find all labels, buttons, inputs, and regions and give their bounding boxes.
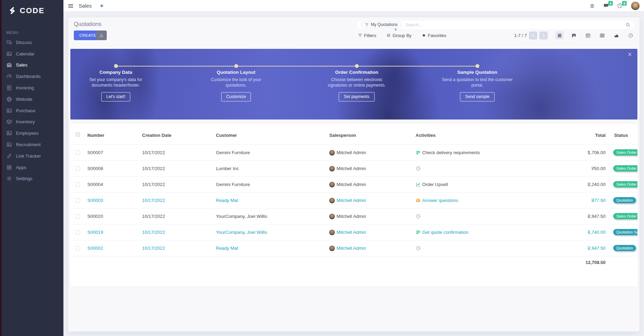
row-activity[interactable]: Answer questions xyxy=(416,193,458,208)
row-activity[interactable]: Order Upsell xyxy=(416,177,448,192)
row-total: 1,740.00 xyxy=(550,230,606,235)
new-tab-button[interactable]: + xyxy=(100,3,104,9)
pivot-view-button[interactable] xyxy=(598,31,606,39)
clock-activity-icon xyxy=(416,166,421,171)
row-customer: Gemini Furniture xyxy=(216,150,250,155)
row-checkbox[interactable] xyxy=(76,198,80,203)
onboarding-banner: Company Data Set your company's data for… xyxy=(70,49,637,120)
step-action-button[interactable]: Let's start! xyxy=(101,92,131,101)
row-checkbox[interactable] xyxy=(76,150,80,155)
col-header-total[interactable]: Total xyxy=(550,133,606,138)
timeline-dot xyxy=(476,64,479,68)
filters-button[interactable]: Filters xyxy=(358,33,376,38)
col-header-creation-date[interactable]: Creation Date xyxy=(142,133,172,138)
favorites-button[interactable]: Favorites xyxy=(422,33,446,38)
step-title: Quotation Layout xyxy=(194,70,278,75)
sidebar-item-invoicing[interactable]: Invoicing xyxy=(0,82,63,94)
timeline-dot xyxy=(355,64,359,68)
user-avatar[interactable] xyxy=(631,1,640,10)
currency-mark xyxy=(588,183,590,185)
row-checkbox[interactable] xyxy=(76,230,80,235)
row-activity[interactable] xyxy=(416,209,422,224)
col-header-activities[interactable]: Activities xyxy=(416,133,436,138)
activities-button[interactable]: 8 xyxy=(617,3,623,9)
sidebar-item-inventory[interactable]: Inventory xyxy=(0,116,63,128)
clock-activity-icon xyxy=(416,246,421,251)
messages-button[interactable]: 5 xyxy=(603,3,609,9)
row-checkbox[interactable] xyxy=(76,246,80,250)
sidebar-item-settings[interactable]: Settings xyxy=(0,173,63,185)
sidebar-item-link-tracker[interactable]: Link Tracker xyxy=(0,150,63,162)
sidebar-item-website[interactable]: Website xyxy=(0,94,63,105)
sidebar-item-discuss[interactable]: Discuss xyxy=(0,37,63,48)
row-creation-date: 10/17/2022 xyxy=(142,198,165,203)
debug-bug-icon[interactable] xyxy=(589,3,595,9)
sidebar-item-sales[interactable]: Sales xyxy=(0,60,63,71)
select-all-checkbox[interactable] xyxy=(76,132,80,137)
row-activity[interactable]: Check delivery requirements xyxy=(416,145,480,160)
pagination-next-button[interactable] xyxy=(539,32,548,39)
invoicing-icon xyxy=(6,85,12,91)
col-header-customer[interactable]: Customer xyxy=(216,133,237,138)
filters-funnel-icon xyxy=(358,33,362,37)
activity-text: Order Upsell xyxy=(422,182,448,187)
sidebar-item-calendar[interactable]: Calendar xyxy=(0,48,63,60)
banner-close-icon[interactable] xyxy=(627,52,632,57)
calendar-view-button[interactable] xyxy=(584,31,592,39)
col-header-salesperson[interactable]: Salesperson xyxy=(329,133,356,138)
table-row[interactable]: S00020 10/17/2022 YourCompany, Joel Will… xyxy=(70,209,637,224)
table-row[interactable]: S00004 10/17/2022 Gemini Furniture Mitch… xyxy=(70,177,637,193)
step-action-button[interactable]: Send sample xyxy=(460,92,495,101)
search-bar[interactable]: My Quotations × Search... xyxy=(357,20,634,29)
row-total: 1,706.00 xyxy=(550,150,606,155)
app-logo[interactable]: CODE xyxy=(8,6,45,15)
row-customer: Ready Mat xyxy=(216,246,238,251)
table-row[interactable]: S00006 10/17/2022 Lumber Inc Mitchell Ad… xyxy=(70,161,637,177)
table-header-row: Number Creation Date Customer Salesperso… xyxy=(70,124,637,145)
sidebar-item-label: Calendar xyxy=(16,51,35,56)
topbar-app-title[interactable]: Sales xyxy=(79,3,92,9)
list-view-button[interactable] xyxy=(555,31,564,39)
row-customer: YourCompany, Joel Willis xyxy=(216,230,267,235)
search-icon[interactable] xyxy=(625,22,630,27)
step-action-button[interactable]: Customize xyxy=(221,92,251,101)
pagination-range: 1-7 / 7 xyxy=(514,33,527,38)
table-row[interactable]: S00007 10/17/2022 Gemini Furniture Mitch… xyxy=(70,145,637,161)
row-activity[interactable] xyxy=(416,240,422,256)
activity-text: Answer questions xyxy=(422,198,458,203)
row-number: S00020 xyxy=(87,214,103,219)
row-customer: YourCompany, Joel Willis xyxy=(216,214,267,219)
sidebar-item-employees[interactable]: Employees xyxy=(0,127,63,139)
graph-view-button[interactable] xyxy=(612,31,620,39)
sidebar-item-dashboards[interactable]: Dashboards xyxy=(0,71,63,82)
favorites-label: Favorites xyxy=(428,33,446,38)
kanban-view-icon xyxy=(571,33,576,38)
pagination-prev-button[interactable] xyxy=(529,32,537,39)
export-button[interactable] xyxy=(96,30,107,40)
row-checkbox[interactable] xyxy=(76,214,80,219)
row-activity[interactable]: Get quote confirmation xyxy=(416,224,468,240)
sidebar-item-label: Inventory xyxy=(16,119,35,124)
hamburger-menu-icon[interactable] xyxy=(68,3,74,9)
step-action-button[interactable]: Set payments xyxy=(339,92,374,101)
calendar-view-icon xyxy=(585,33,591,38)
sidebar-item-purchase[interactable]: Purchase xyxy=(0,105,63,116)
col-header-number[interactable]: Number xyxy=(87,133,104,138)
table-row[interactable]: S00019 10/17/2022 YourCompany, Joel Will… xyxy=(70,224,637,240)
group-by-button[interactable]: Group By xyxy=(386,33,411,38)
sidebar-item-recruitment[interactable]: Recruitment xyxy=(0,139,63,150)
table-row[interactable]: S00003 10/17/2022 Ready Mat Mitchell Adm… xyxy=(70,193,637,209)
currency-mark xyxy=(588,215,590,217)
row-activity[interactable] xyxy=(416,161,422,176)
sidebar-item-label: Purchase xyxy=(16,108,35,113)
row-checkbox[interactable] xyxy=(76,182,80,187)
search-facet-chip[interactable]: My Quotations × xyxy=(361,21,402,28)
activity-view-button[interactable] xyxy=(626,31,635,39)
sidebar-item-apps[interactable]: Apps xyxy=(0,162,63,173)
menu-section-label: MENU xyxy=(6,30,19,35)
col-header-status[interactable]: Status xyxy=(614,133,628,138)
sidebar-item-label: Dashboards xyxy=(16,74,41,79)
kanban-view-button[interactable] xyxy=(569,31,578,39)
row-checkbox[interactable] xyxy=(76,166,80,171)
table-row[interactable]: S00002 10/17/2022 Ready Mat Mitchell Adm… xyxy=(70,240,637,256)
